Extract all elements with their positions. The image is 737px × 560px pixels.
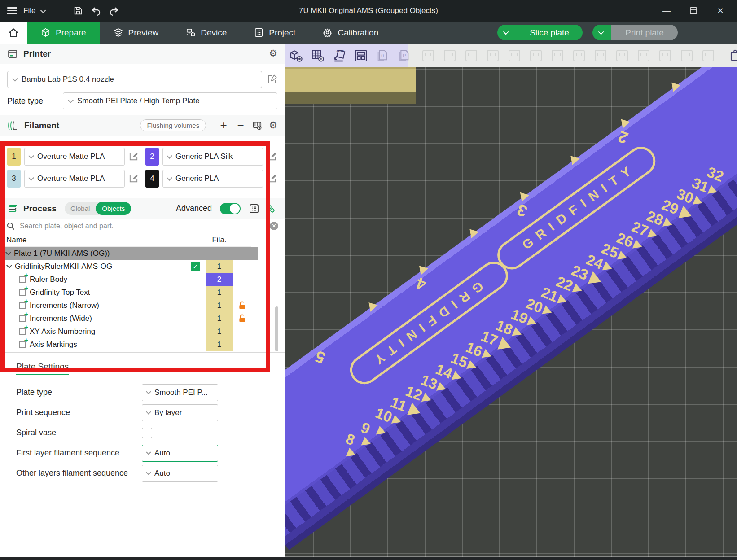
filament-edit-icon[interactable]	[128, 173, 139, 184]
filament-edit-icon[interactable]	[267, 151, 277, 162]
filament-assignment[interactable]: 1	[206, 338, 233, 351]
print-plate-button[interactable]: Print plate	[611, 25, 678, 40]
tree-scrollbar[interactable]	[275, 306, 278, 351]
plate-setting-dropdown[interactable]: Auto	[142, 445, 218, 462]
toolbar-arrange-icon[interactable]	[353, 48, 369, 64]
ams-sync-icon[interactable]	[252, 121, 263, 131]
filament-edit-icon[interactable]	[128, 151, 139, 162]
lock-icon[interactable]	[237, 301, 247, 310]
filament-preset-dropdown[interactable]: Overture Matte PLA	[24, 170, 125, 188]
save-icon[interactable]	[72, 5, 84, 17]
tree-row-fila-cell: 1	[206, 260, 233, 273]
printer-edit-icon[interactable]	[267, 74, 277, 85]
filament-assignment[interactable]: 2	[206, 273, 233, 286]
filament-preset-dropdown[interactable]: Overture Matte PLA	[24, 148, 125, 166]
collapse-caret-icon[interactable]	[5, 249, 11, 255]
plate-setting-label: Plate type	[0, 388, 142, 398]
filament-preset-dropdown[interactable]: Generic PLA	[162, 170, 263, 188]
plate-setting-dropdown[interactable]: Smooth PEI P...	[142, 384, 218, 401]
printer-preset-dropdown[interactable]: Bambu Lab P1S 0.4 nozzle	[7, 71, 262, 88]
filament-color-swatch[interactable]: 4	[145, 170, 159, 188]
tree-row[interactable]: Increments (Wide)1	[0, 312, 251, 325]
filament-assignment[interactable]: 1	[206, 260, 233, 273]
viewport-3d[interactable]: GRIDFINITY GRIDFINITY 891011121314151617…	[285, 44, 737, 560]
remove-filament-icon[interactable]: −	[235, 118, 246, 132]
print-plate-dropdown[interactable]	[592, 25, 611, 40]
tan-ruler-object[interactable]	[285, 67, 416, 104]
printer-preset-value: Bambu Lab P1S 0.4 nozzle	[22, 75, 114, 84]
printer-settings-gear-icon[interactable]: ⚙	[269, 49, 277, 58]
tab-calibration[interactable]: Calibration	[309, 22, 392, 44]
tree-row[interactable]: Increments (Narrow)1	[0, 299, 251, 312]
plate-row[interactable]: Plate 1 (7U MKII AMS (OG))	[0, 247, 258, 260]
process-presets-icon[interactable]	[266, 203, 277, 214]
tree-row[interactable]: Ruler Body2	[0, 273, 251, 286]
tree-row[interactable]: XY Axis Numbering1	[0, 325, 251, 338]
lock-icon[interactable]	[237, 314, 247, 323]
plate-type-dropdown[interactable]: Smooth PEI Plate / High Temp Plate	[63, 92, 277, 109]
toolbar-copy-icon: 0	[374, 48, 390, 64]
parameter-list-icon[interactable]	[249, 203, 260, 214]
spiral-vase-checkbox[interactable]	[142, 428, 152, 438]
segment-global[interactable]: Global	[65, 205, 96, 212]
filament-assignment[interactable]: 1	[206, 312, 233, 325]
toolbar-plugin-icon[interactable]	[728, 48, 737, 64]
process-icon	[7, 203, 18, 214]
filament-color-swatch[interactable]: 3	[7, 170, 21, 188]
tab-prepare[interactable]: Prepare	[27, 22, 100, 44]
filament-color-swatch[interactable]: 2	[145, 148, 159, 166]
plate-setting-dropdown[interactable]: Auto	[142, 465, 218, 482]
tab-project[interactable]: Project	[240, 22, 309, 44]
window-bottom-edge	[0, 557, 737, 560]
filament-preset-dropdown[interactable]: Generic PLA Silk	[162, 148, 263, 166]
search-input[interactable]	[20, 222, 265, 230]
add-filament-icon[interactable]: +	[218, 118, 229, 132]
tree-row-name-cell: Axis Markings	[0, 338, 185, 351]
minimize-button[interactable]: —	[660, 4, 673, 18]
chevron-down-icon[interactable]	[40, 7, 46, 13]
segment-objects[interactable]: Objects	[96, 202, 131, 215]
filament-assignment[interactable]: 1	[206, 299, 233, 312]
purple-ruler-object[interactable]: GRIDFINITY GRIDFINITY 891011121314151617…	[285, 44, 737, 550]
tree-row[interactable]: Gridfinity Top Text1	[0, 286, 251, 299]
toolbar-add-plate-icon[interactable]	[310, 48, 326, 64]
increment-marker-icon	[466, 226, 478, 238]
close-button[interactable]: ✕	[714, 4, 727, 18]
plate-setting-dropdown[interactable]: By layer	[142, 404, 218, 421]
filament-assignment[interactable]: 1	[206, 286, 233, 299]
ruler-number-top: 4	[413, 273, 429, 294]
slice-plate-button[interactable]: Slice plate	[516, 25, 583, 40]
tab-label: Prepare	[56, 28, 86, 38]
plate-setting-control: Auto	[142, 465, 218, 482]
toolbar-add-icon[interactable]	[288, 48, 304, 64]
project-icon	[254, 27, 264, 38]
home-tab[interactable]	[0, 22, 27, 44]
toolbar-auto-orient-icon[interactable]: AUTO	[331, 48, 347, 64]
menu-icon[interactable]	[7, 5, 17, 16]
filament-edit-icon[interactable]	[267, 173, 277, 184]
filament-color-swatch[interactable]: 1	[7, 148, 21, 166]
flushing-volumes-button[interactable]: Flushing volumes	[140, 119, 206, 131]
filament-assignment[interactable]: 1	[206, 325, 233, 338]
increment-marker-icon	[691, 195, 702, 205]
slice-plate-dropdown[interactable]	[497, 25, 516, 40]
divider	[61, 5, 61, 17]
plate-setting-control: By layer	[142, 404, 218, 421]
clear-search-icon[interactable]: ✕	[270, 222, 278, 230]
advanced-toggle[interactable]	[220, 203, 241, 214]
filament-settings-gear-icon[interactable]: ⚙	[269, 121, 277, 130]
redo-icon[interactable]	[108, 5, 120, 17]
increment-marker-icon	[601, 261, 612, 271]
tab-device[interactable]: Device	[172, 22, 240, 44]
file-menu[interactable]: File	[23, 6, 35, 15]
maximize-button[interactable]	[687, 4, 700, 18]
tree-row[interactable]: GridfinityRulerMKII-AMS-OG✓1	[0, 260, 251, 273]
chevron-down-icon	[146, 450, 151, 455]
tab-preview[interactable]: Preview	[100, 22, 172, 44]
expand-caret-icon[interactable]	[6, 262, 12, 268]
increment-marker-icon	[661, 217, 672, 227]
tree-row[interactable]: Axis Markings1	[0, 338, 251, 351]
undo-icon[interactable]	[90, 5, 102, 17]
printable-checkbox[interactable]: ✓	[191, 262, 200, 271]
toolbar-scale-icon	[485, 48, 501, 64]
